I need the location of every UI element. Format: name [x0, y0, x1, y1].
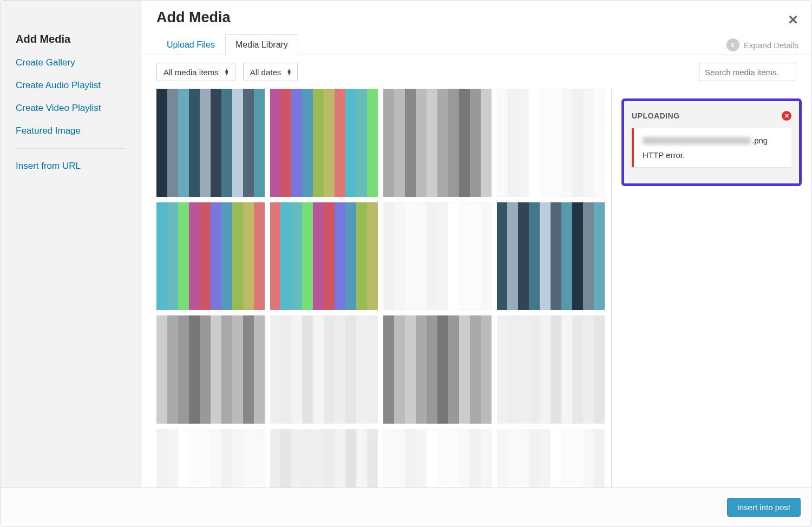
filter-date-value: All dates — [250, 68, 281, 77]
sidebar-item-create-gallery[interactable]: Create Gallery — [16, 57, 126, 68]
toolbar: All media items ▲▼ All dates ▲▼ — [141, 55, 811, 89]
media-thumbnail[interactable] — [270, 89, 378, 197]
select-updown-icon: ▲▼ — [286, 69, 292, 75]
sidebar-item-featured-image[interactable]: Featured Image — [16, 126, 126, 136]
tab-upload-files[interactable]: Upload Files — [156, 34, 225, 55]
media-thumbnail[interactable] — [497, 89, 605, 197]
sidebar-item-insert-from-url[interactable]: Insert from URL — [16, 161, 126, 172]
sidebar-item-create-audio-playlist[interactable]: Create Audio Playlist — [16, 80, 126, 91]
media-thumbnail[interactable] — [270, 315, 378, 424]
media-thumbnail[interactable] — [270, 429, 378, 488]
modal-title: Add Media — [156, 9, 796, 26]
upload-error-box: UPLOADING ✕ .png HTTP error. — [621, 98, 802, 186]
media-thumbnail[interactable] — [497, 315, 605, 424]
upload-filename: .png — [643, 136, 783, 145]
media-thumbnail[interactable] — [156, 202, 265, 311]
expand-details-label: Expand Details — [744, 41, 798, 50]
media-thumbnail[interactable] — [156, 89, 265, 197]
tabs: Upload Files Media Library — [141, 34, 811, 55]
sidebar-heading: Add Media — [16, 33, 126, 45]
tab-media-library[interactable]: Media Library — [225, 34, 298, 55]
media-sidebar: Add Media Create Gallery Create Audio Pl… — [1, 1, 141, 488]
media-thumbnail[interactable] — [383, 89, 492, 197]
media-thumbnail[interactable] — [156, 429, 265, 488]
media-thumbnail[interactable] — [497, 429, 605, 488]
upload-error-message: HTTP error. — [643, 150, 783, 160]
select-updown-icon: ▲▼ — [224, 69, 230, 75]
media-thumbnail[interactable] — [383, 315, 492, 424]
filter-date-select[interactable]: All dates ▲▼ — [243, 63, 298, 81]
filter-type-value: All media items — [163, 68, 219, 77]
attachment-details-panel: UPLOADING ✕ .png HTTP error. — [611, 89, 811, 488]
upload-heading: UPLOADING — [632, 111, 680, 120]
media-thumbnail[interactable] — [383, 429, 492, 488]
chevron-left-icon — [726, 38, 739, 51]
close-icon[interactable]: ✕ — [788, 12, 798, 28]
modal-footer: Insert into post — [1, 488, 811, 526]
media-grid — [156, 89, 611, 488]
content-area: Add Media ✕ Expand Details Upload Files … — [141, 1, 811, 488]
dismiss-error-icon[interactable]: ✕ — [782, 111, 791, 121]
filename-redacted — [643, 137, 751, 144]
media-thumbnail[interactable] — [383, 202, 492, 311]
media-thumbnail[interactable] — [270, 202, 378, 311]
sidebar-divider — [16, 148, 126, 149]
insert-into-post-button[interactable]: Insert into post — [727, 498, 801, 517]
expand-details-button[interactable]: Expand Details — [726, 38, 798, 51]
filter-type-select[interactable]: All media items ▲▼ — [156, 63, 235, 81]
sidebar-item-create-video-playlist[interactable]: Create Video Playlist — [16, 103, 126, 114]
media-thumbnail[interactable] — [497, 202, 605, 311]
search-input[interactable] — [699, 63, 796, 81]
media-thumbnail[interactable] — [156, 315, 265, 424]
upload-error-item: .png HTTP error. — [632, 128, 791, 167]
